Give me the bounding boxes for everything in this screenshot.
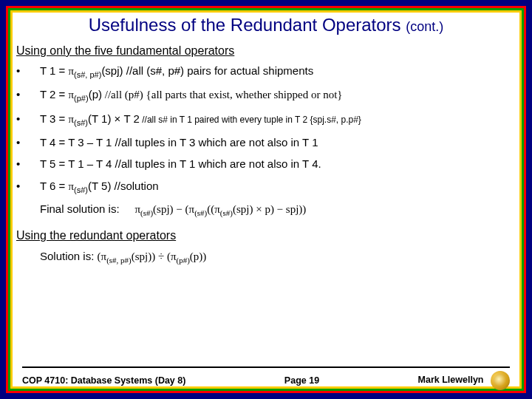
bullet-row: •T 2 = π(p#)(p) //all (p#) {all parts th…	[16, 87, 516, 103]
title-cont: (cont.)	[406, 19, 443, 34]
bullet-list: •T 1 = π(s#, p#)(spj) //all (s#, p#) pai…	[16, 64, 516, 202]
bullet-row: •T 3 = π(s#)(T 1) × T 2 //all s# in T 1 …	[16, 112, 516, 128]
heading-fundamental: Using only the five fundamental operator…	[16, 44, 516, 58]
title-main: Usefulness of the Redundant Operators	[89, 15, 401, 35]
footer-row: COP 4710: Database Systems (Day 8) Page …	[22, 371, 510, 390]
bullet-marker: •	[16, 64, 40, 78]
bullet-marker: •	[16, 179, 40, 194]
bullet-line: T 1 = π(s#, p#)(spj) //all (s#, p#) pair…	[40, 64, 516, 80]
final-solution-row: Final solution is: π(s#)(spj) − (π(s#)((…	[40, 202, 516, 217]
slide-title: Usefulness of the Redundant Operators (c…	[16, 15, 516, 35]
footer-mid: Page 19	[284, 375, 319, 386]
bullet-line: T 2 = π(p#)(p) //all (p#) {all parts tha…	[40, 87, 516, 103]
bullet-line: T 3 = π(s#)(T 1) × T 2 //all s# in T 1 p…	[40, 112, 516, 128]
slide-content: Usefulness of the Redundant Operators (c…	[16, 15, 516, 383]
heading-redundant: Using the redundant operators	[16, 229, 516, 242]
bullet-row: •T 1 = π(s#, p#)(spj) //all (s#, p#) pai…	[16, 64, 516, 80]
ucf-logo-icon	[491, 371, 510, 390]
footer-right: Mark Llewellyn	[418, 371, 510, 390]
bullet-row: •T 5 = T 1 – T 4 //all tuples in T 1 whi…	[16, 157, 516, 171]
bullet-marker: •	[16, 87, 40, 102]
footer-left: COP 4710: Database Systems (Day 8)	[22, 375, 185, 386]
final-label: Final solution is:	[40, 202, 120, 215]
sol-label: Solution is:	[40, 250, 98, 262]
footer-rule	[22, 366, 510, 368]
bullet-line: T 5 = T 1 – T 4 //all tuples in T 1 whic…	[40, 157, 516, 171]
bullet-marker: •	[16, 157, 40, 171]
slide-footer: COP 4710: Database Systems (Day 8) Page …	[22, 366, 510, 390]
sol-expr: (π(s#, p#)(spj)) ÷ (π(p#)(p))	[98, 250, 207, 262]
bullet-marker: •	[16, 112, 40, 126]
bullet-marker: •	[16, 135, 40, 150]
bullet-line: T 6 = π(s#)(T 5) //solution	[40, 179, 516, 195]
bullet-row: •T 4 = T 3 – T 1 //all tuples in T 3 whi…	[16, 135, 516, 150]
final-expr: π(s#)(spj) − (π(s#)((π(s#)(spj) × p) − s…	[134, 203, 306, 215]
bullet-line: T 4 = T 3 – T 1 //all tuples in T 3 whic…	[40, 135, 516, 150]
bullet-row: •T 6 = π(s#)(T 5) //solution	[16, 179, 516, 195]
redundant-solution-row: Solution is: (π(s#, p#)(spj)) ÷ (π(p#)(p…	[40, 250, 516, 265]
footer-author: Mark Llewellyn	[418, 375, 484, 385]
